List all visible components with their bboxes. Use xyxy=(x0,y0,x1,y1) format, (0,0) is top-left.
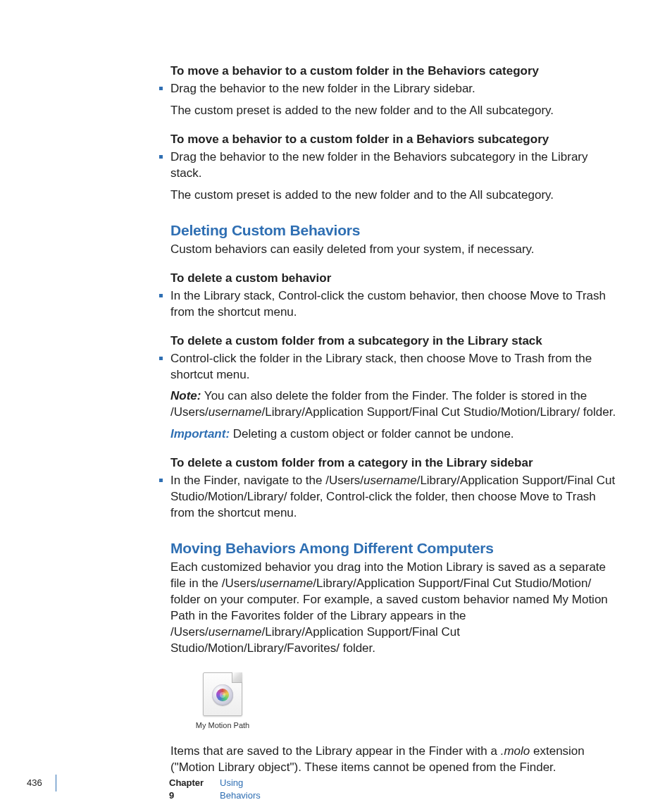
task-heading: To move a behavior to a custom folder in… xyxy=(170,132,621,148)
footer-divider xyxy=(56,775,56,791)
task-heading: To move a behavior to a custom folder in… xyxy=(170,63,621,80)
page-body: To move a behavior to a custom folder in… xyxy=(170,63,621,776)
page-fold-icon xyxy=(232,672,242,683)
username: username xyxy=(209,625,262,639)
bullet-item: Control-click the folder in the Library … xyxy=(170,351,621,443)
note-paragraph: Note: You can also delete the folder fro… xyxy=(170,388,621,421)
note-label: Note: xyxy=(170,389,201,402)
bullet-text: Control-click the folder in the Library … xyxy=(170,352,592,381)
bullet-text: In the Finder, navigate to the /Users/us… xyxy=(170,474,615,519)
note-username: username xyxy=(209,405,262,419)
important-label: Important: xyxy=(170,427,230,441)
paragraph: Items that are saved to the Library appe… xyxy=(170,744,621,776)
bullet-item: In the Finder, navigate to the /Users/us… xyxy=(170,473,621,522)
paragraph: Each customized behavior you drag into t… xyxy=(170,560,621,657)
page-number: 436 xyxy=(27,777,42,789)
chapter-label: Chapter 9 xyxy=(169,777,204,801)
note-text-post: /Library/Application Support/Final Cut S… xyxy=(261,405,616,419)
bullet-text: In the Library stack, Control-click the … xyxy=(170,289,606,319)
file-extension: .molo xyxy=(501,744,530,758)
username: username xyxy=(363,474,417,487)
paragraph: The custom preset is added to the new fo… xyxy=(170,103,621,119)
file-icon-label: My Motion Path xyxy=(187,720,258,731)
paragraph: The custom preset is added to the new fo… xyxy=(170,187,621,204)
important-paragraph: Important: Deleting a custom object or f… xyxy=(170,426,621,443)
file-icon-block: My Motion Path xyxy=(187,672,258,731)
task-heading: To delete a custom folder from a categor… xyxy=(170,455,621,472)
section-heading-deleting: Deleting Custom Behaviors xyxy=(170,221,621,240)
username: username xyxy=(260,577,313,590)
task-heading: To delete a custom folder from a subcate… xyxy=(170,333,621,350)
motion-badge-icon xyxy=(212,684,233,706)
document-file-icon xyxy=(203,672,242,716)
paragraph: Custom behaviors can easily deleted from… xyxy=(170,242,621,258)
bullet-item: In the Library stack, Control-click the … xyxy=(170,288,621,321)
bullet-text: Drag the behavior to the new folder in t… xyxy=(170,82,475,95)
section-heading-moving: Moving Behaviors Among Different Compute… xyxy=(170,538,621,558)
bullet-item: Drag the behavior to the new folder in t… xyxy=(170,81,621,119)
chapter-title: Using Behaviors xyxy=(220,777,261,801)
bullet-text: Drag the behavior to the new folder in t… xyxy=(170,150,588,180)
bullet-item: Drag the behavior to the new folder in t… xyxy=(170,149,621,204)
task-heading: To delete a custom behavior xyxy=(170,271,621,287)
important-text: Deleting a custom object or folder canno… xyxy=(230,427,514,441)
